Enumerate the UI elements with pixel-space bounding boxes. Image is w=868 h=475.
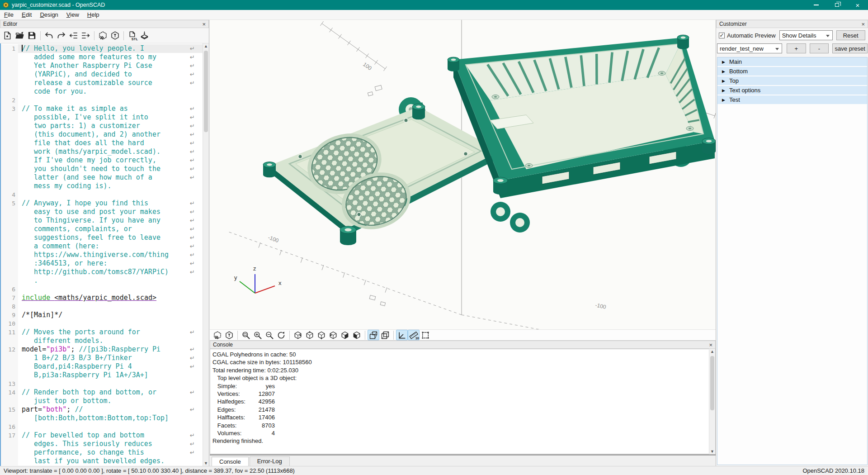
menu-item-edit[interactable]: Edit: [18, 10, 36, 19]
zoom-all-icon[interactable]: [240, 330, 252, 340]
code-line[interactable]: 7include <maths/yarpic_model.scad>: [1, 294, 203, 302]
code-line[interactable]: easy to use and post your makes↵: [1, 208, 203, 216]
details-dropdown[interactable]: Show Details: [779, 30, 833, 40]
scroll-up-icon[interactable]: ▲: [203, 44, 209, 48]
menu-item-help[interactable]: Help: [83, 10, 104, 19]
code-line[interactable]: 1// Hello, you lovely people. I↵: [1, 44, 203, 53]
customizer-group-test[interactable]: ▶Test: [717, 95, 867, 105]
code-line[interactable]: 11// Moves the ports around for↵: [1, 328, 203, 337]
code-line[interactable]: file that does all the hard↵: [1, 139, 203, 147]
code-line[interactable]: added some more features to my↵: [1, 53, 203, 62]
add-preset-button[interactable]: +: [787, 43, 806, 53]
tab-error-log[interactable]: Error-Log: [250, 456, 290, 466]
view-back-icon[interactable]: [351, 330, 363, 340]
code-line[interactable]: [both:Both,bottom:Bottom,top:Top]: [1, 414, 203, 423]
code-line[interactable]: (this document), and 2) another↵: [1, 130, 203, 139]
code-line[interactable]: a comment (here:↵: [1, 242, 203, 251]
remove-preset-button[interactable]: -: [810, 43, 829, 53]
view-top-icon[interactable]: [304, 330, 316, 340]
console-close-icon[interactable]: ×: [709, 342, 712, 348]
customizer-close-icon[interactable]: ×: [861, 21, 865, 27]
preset-dropdown[interactable]: render_test_new: [717, 43, 782, 53]
reset-view-icon[interactable]: [275, 330, 287, 340]
console-scrollbar[interactable]: ▲ ▼: [709, 349, 715, 454]
show-axes-icon[interactable]: [396, 330, 408, 340]
code-line[interactable]: 2: [1, 96, 203, 104]
code-line[interactable]: 4: [1, 190, 203, 199]
code-line[interactable]: two parts: 1) a customizer↵: [1, 122, 203, 130]
code-line[interactable]: 17// For bevelled top and bottom↵: [1, 431, 203, 440]
code-line[interactable]: B,pi3a:Raspberry Pi 1A+/3A+]: [1, 371, 203, 380]
save-file-icon[interactable]: [26, 30, 38, 42]
send-to-printer-icon[interactable]: [138, 30, 151, 42]
minimize-button[interactable]: [806, 0, 826, 10]
preview-icon[interactable]: [97, 30, 109, 42]
code-line[interactable]: 3// To make it as simple as↵: [1, 104, 203, 113]
render-icon[interactable]: [109, 30, 121, 42]
open-file-icon[interactable]: [14, 30, 26, 42]
code-line[interactable]: suggestions, feel free to leave↵: [1, 233, 203, 242]
3d-viewport[interactable]: 100 -100 -100: [210, 20, 716, 329]
code-line[interactable]: comments, complaints, or↵: [1, 225, 203, 233]
view-right-icon[interactable]: [292, 330, 304, 340]
code-line[interactable]: you shouldn't need to touch the↵: [1, 165, 203, 173]
code-line[interactable]: 16: [1, 423, 203, 431]
indent-icon[interactable]: [80, 30, 92, 42]
export-stl-icon[interactable]: STL: [126, 30, 138, 42]
code-line[interactable]: last if you want bevelled edges.: [1, 457, 203, 466]
tab-console[interactable]: Console: [212, 456, 249, 466]
reset-button[interactable]: Reset: [836, 30, 865, 40]
zoom-out-icon[interactable]: [264, 330, 275, 340]
code-line[interactable]: performance, so change this↵: [1, 448, 203, 457]
code-line[interactable]: Yet Another Raspberry Pi Case↵: [1, 62, 203, 70]
code-line[interactable]: 5// Anyway, I hope you find this↵: [1, 199, 203, 208]
restore-button[interactable]: [826, 0, 847, 10]
save-preset-button[interactable]: save preset: [832, 43, 868, 53]
new-file-icon[interactable]: [1, 30, 14, 42]
code-line[interactable]: 10: [1, 319, 203, 328]
render-icon[interactable]: [223, 330, 235, 340]
code-line[interactable]: to Thingiverse. If you have any↵: [1, 216, 203, 225]
code-line[interactable]: https://www.thingiverse.com/thing↵: [1, 251, 203, 259]
code-line[interactable]: .: [1, 276, 203, 285]
customizer-group-bottom[interactable]: ▶Bottom: [717, 67, 867, 76]
code-line[interactable]: mess my coding is).: [1, 182, 203, 190]
code-line[interactable]: 12model="pi3b"; //[pi3b:Raspberry Pi↵: [1, 345, 203, 354]
customizer-group-top[interactable]: ▶Top: [717, 76, 867, 86]
automatic-preview-checkbox[interactable]: ✓: [719, 33, 725, 38]
customizer-group-text-options[interactable]: ▶Text options: [717, 86, 867, 95]
code-line[interactable]: 1 B+/2 B/3 B/3 B+/Tinker↵: [1, 354, 203, 362]
code-line[interactable]: just top or bottom.: [1, 397, 203, 405]
show-scale-markers-icon[interactable]: 10: [408, 330, 420, 340]
view-front-icon[interactable]: [339, 330, 351, 340]
scroll-down-icon[interactable]: ▼: [203, 461, 209, 466]
zoom-in-icon[interactable]: [252, 330, 264, 340]
menu-item-view[interactable]: View: [62, 10, 83, 19]
menu-item-file[interactable]: File: [0, 10, 18, 19]
scroll-up-icon[interactable]: ▲: [709, 349, 715, 354]
customizer-group-main[interactable]: ▶Main: [717, 57, 867, 67]
view-bottom-icon[interactable]: [316, 330, 327, 340]
undo-icon[interactable]: [43, 30, 55, 42]
view-left-icon[interactable]: [327, 330, 339, 340]
preview-icon[interactable]: [212, 330, 223, 340]
code-line[interactable]: code for you.: [1, 87, 203, 96]
code-line[interactable]: Board,pi4:Raspberry Pi 4↵: [1, 362, 203, 371]
code-line[interactable]: If I've done my job correctly,↵: [1, 156, 203, 165]
code-line[interactable]: :3464513, or here:↵: [1, 259, 203, 268]
editor-close-icon[interactable]: ×: [202, 21, 206, 27]
console-output[interactable]: CGAL Polyhedrons in cache: 50CGAL cache …: [210, 349, 716, 454]
code-line[interactable]: 6: [1, 285, 203, 294]
code-line[interactable]: 14// Render both top and bottom, or↵: [1, 388, 203, 397]
code-line[interactable]: 13: [1, 380, 203, 388]
menu-item-design[interactable]: Design: [36, 10, 62, 19]
code-line[interactable]: http://github.com/tomsc87/YARPiC)↵: [1, 268, 203, 276]
code-line[interactable]: release a customizable source↵: [1, 79, 203, 87]
code-line[interactable]: latter (and see how much of a↵: [1, 173, 203, 182]
code-editor[interactable]: 1// Hello, you lovely people. I↵added so…: [0, 43, 203, 466]
scroll-down-icon[interactable]: ▼: [709, 449, 715, 454]
unindent-icon[interactable]: [67, 30, 80, 42]
code-line[interactable]: 15part="both"; //↵: [1, 405, 203, 414]
code-line[interactable]: 8: [1, 302, 203, 311]
close-button[interactable]: ×: [847, 0, 868, 10]
